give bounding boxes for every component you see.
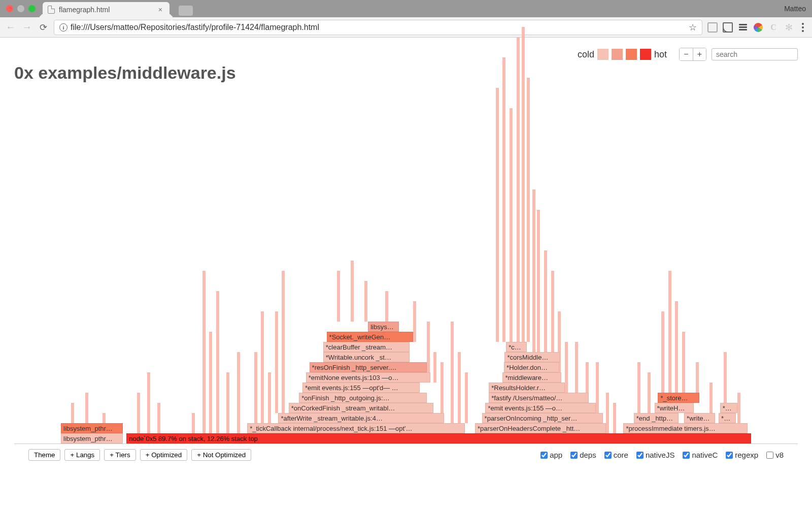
buffer-extension-icon[interactable] — [738, 22, 748, 33]
flame-frame[interactable]: *write_ _… — [684, 413, 715, 423]
filter-nativejs[interactable]: nativeJS — [636, 451, 675, 459]
snowflake-extension-icon[interactable]: ✻ — [784, 22, 794, 33]
flame-wisp[interactable] — [682, 332, 685, 393]
flame-wisp[interactable] — [537, 210, 540, 352]
flamegraph[interactable]: libsystem_pthr…node`0x5 89.7% on stack, … — [61, 93, 751, 443]
flame-wisp[interactable] — [724, 352, 727, 403]
flame-frame[interactable]: *Writable.uncork _st… — [323, 352, 410, 362]
not-optimized-button[interactable]: + Not Optimized — [191, 449, 251, 461]
site-info-icon[interactable]: i — [59, 23, 67, 31]
flame-frame[interactable]: *end _http_out… — [634, 413, 679, 423]
flame-wisp[interactable] — [137, 393, 140, 433]
zoom-out-button[interactable]: − — [680, 48, 693, 60]
flame-wisp[interactable] — [261, 311, 264, 423]
flame-wisp[interactable] — [527, 78, 530, 342]
filter-v8[interactable]: v8 — [766, 451, 784, 459]
flame-wisp[interactable] — [675, 301, 678, 393]
flame-wisp[interactable] — [606, 393, 609, 433]
flame-frame[interactable]: libsystem_pthr… — [61, 433, 123, 443]
flame-frame[interactable]: *_store… — [658, 393, 699, 403]
flame-wisp[interactable] — [551, 271, 554, 362]
langs-button[interactable]: + Langs — [64, 449, 100, 461]
flame-wisp[interactable] — [275, 311, 278, 413]
flame-frame[interactable]: *emitNone events.js:103 —o… — [306, 372, 430, 383]
flame-wisp[interactable] — [157, 403, 160, 433]
flame-frame[interactable]: *s… — [720, 403, 737, 413]
flame-frame[interactable]: *processImmediate timers.js… — [623, 423, 748, 433]
zoom-in-button[interactable]: + — [693, 48, 706, 60]
flame-wisp[interactable] — [648, 372, 651, 413]
c-extension-icon[interactable]: C — [768, 22, 779, 33]
flame-frame[interactable]: libsystem_pthr… — [61, 423, 123, 433]
flame-wisp[interactable] — [433, 352, 436, 383]
maximize-window-button[interactable] — [28, 5, 36, 12]
flame-frame[interactable]: *onFinish _http_outgoing.js:… — [299, 393, 427, 403]
filter-core[interactable]: core — [604, 451, 628, 459]
flame-wisp[interactable] — [544, 250, 547, 362]
tiers-button[interactable]: + Tiers — [104, 449, 136, 461]
extension-square-icon[interactable] — [707, 22, 718, 33]
browser-menu-button[interactable] — [799, 23, 807, 32]
flame-wisp[interactable] — [510, 108, 513, 342]
flame-wisp[interactable] — [202, 271, 206, 433]
flame-wisp[interactable] — [517, 37, 520, 342]
forward-button[interactable]: → — [21, 22, 32, 33]
flame-wisp[interactable] — [192, 413, 195, 433]
filter-nativec[interactable]: nativeC — [683, 451, 718, 459]
pinwheel-extension-icon[interactable] — [753, 22, 763, 33]
flame-frame[interactable]: *ResultsHolder.r… — [489, 383, 565, 393]
optimized-button[interactable]: + Optimized — [140, 449, 187, 461]
flame-wisp[interactable] — [532, 189, 535, 352]
flame-frame[interactable]: *emit events.js:155 —opt'd— … — [302, 383, 420, 393]
flame-wisp[interactable] — [613, 403, 616, 433]
flame-frame[interactable]: *Holder.don… — [504, 362, 559, 372]
minimize-window-button[interactable] — [17, 5, 24, 12]
flame-wisp[interactable] — [337, 271, 340, 322]
flame-frame[interactable]: *onCorkedFinish _stream_writabl… — [289, 403, 434, 413]
flame-wisp[interactable] — [364, 281, 367, 322]
flame-wisp[interactable] — [209, 332, 212, 433]
browser-tab[interactable]: flamegraph.html × — [43, 2, 170, 17]
flame-frame[interactable]: *parserOnHeadersComplete _htt… — [475, 423, 606, 433]
flame-wisp[interactable] — [502, 57, 505, 342]
flame-frame[interactable]: *_tickCallback internal/process/next_tic… — [247, 423, 464, 433]
flame-wisp[interactable] — [254, 352, 257, 423]
search-input[interactable] — [712, 48, 798, 60]
cast-icon[interactable] — [723, 22, 733, 33]
reload-button[interactable]: ⟳ — [38, 22, 49, 33]
flame-wisp[interactable] — [427, 322, 430, 372]
flame-wisp[interactable] — [637, 362, 640, 413]
flame-wisp[interactable] — [737, 393, 740, 423]
flame-wisp[interactable] — [226, 372, 229, 433]
flame-frame[interactable]: *co… — [506, 342, 527, 352]
flame-wisp[interactable] — [522, 27, 525, 342]
flame-frame[interactable]: *afterWrite _stream_writable.js:4… — [278, 413, 444, 423]
flame-wisp[interactable] — [268, 372, 271, 423]
filter-deps[interactable]: deps — [570, 451, 596, 459]
flame-wisp[interactable] — [668, 271, 671, 393]
close-window-button[interactable] — [6, 5, 13, 12]
flame-wisp[interactable] — [709, 383, 713, 413]
flame-frame[interactable]: libsys… — [368, 322, 399, 332]
flame-frame[interactable]: node`0x5 89.7% on stack, 12.26% stack to… — [126, 433, 751, 443]
flame-frame[interactable]: *clearBuffer _stream… — [323, 342, 410, 352]
flame-frame[interactable]: *resOnFinish _http_server.… — [310, 362, 427, 372]
filter-app[interactable]: app — [540, 451, 562, 459]
flame-frame[interactable]: *middleware… — [502, 372, 561, 383]
theme-button[interactable]: Theme — [28, 449, 60, 461]
flame-wisp[interactable] — [351, 261, 354, 322]
address-bar[interactable]: i file:///Users/matteo/Repositories/fast… — [54, 20, 702, 35]
flame-wisp[interactable] — [465, 372, 468, 423]
flame-wisp[interactable] — [451, 322, 454, 423]
flame-wisp[interactable] — [661, 311, 664, 393]
flame-wisp[interactable] — [282, 271, 285, 413]
flame-wisp[interactable] — [147, 372, 150, 433]
flame-wisp[interactable] — [496, 88, 499, 342]
back-button[interactable]: ← — [5, 22, 16, 33]
flame-frame[interactable]: *emit events.js:155 —o… — [485, 403, 596, 413]
new-tab-button[interactable] — [179, 6, 193, 16]
flame-frame[interactable]: *writeH… — [655, 403, 694, 413]
flame-wisp[interactable] — [385, 291, 388, 322]
flame-wisp[interactable] — [565, 342, 568, 393]
flame-frame[interactable]: *parserOnIncoming _http_ser… — [482, 413, 603, 423]
